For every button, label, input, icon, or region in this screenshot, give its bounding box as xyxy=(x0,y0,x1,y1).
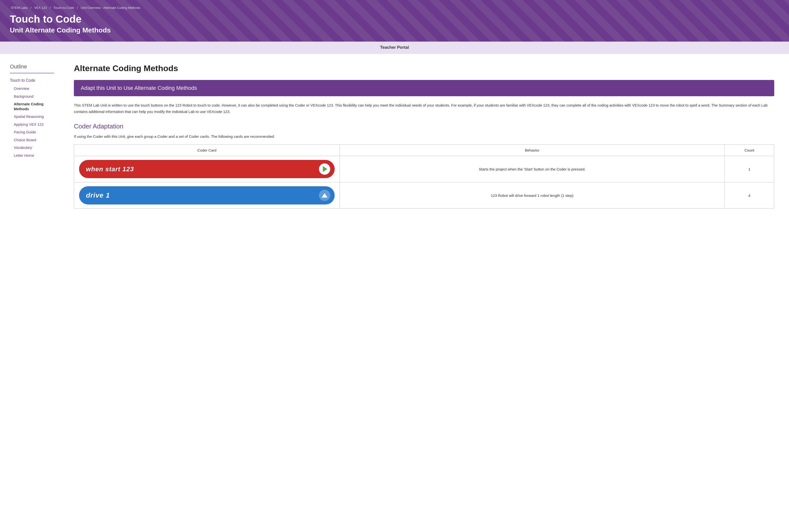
sidebar-item-pacing-guide[interactable]: Pacing Guide xyxy=(10,128,54,136)
table-row: when start 123 Starts the project when t… xyxy=(74,156,774,182)
page-title: Alternate Coding Methods xyxy=(74,63,774,73)
coder-card-cell: drive 1 xyxy=(74,182,340,209)
main-content: Alternate Coding Methods Adapt this Unit… xyxy=(59,54,789,532)
teacher-portal-bar: Teacher Portal xyxy=(0,42,789,54)
when-start-card: when start 123 xyxy=(79,160,335,178)
count-cell: 1 xyxy=(724,156,774,182)
count-cell: 4 xyxy=(724,182,774,209)
start-play-icon xyxy=(319,164,330,175)
when-start-label: when start 123 xyxy=(86,165,134,173)
sidebar-item-choice-board[interactable]: Choice Board xyxy=(10,136,54,144)
sidebar-section-title[interactable]: Touch to Code xyxy=(10,78,54,83)
col-header-behavior: Behavior xyxy=(340,145,725,156)
intro-paragraph: This STEM Lab Unit is written to use the… xyxy=(74,102,774,115)
sidebar-item-letter-home[interactable]: Letter Home xyxy=(10,152,54,159)
page-body: Outline Touch to Code Overview Backgroun… xyxy=(0,54,789,532)
coder-section-heading: Coder Adaptation xyxy=(74,122,774,130)
drive-up-icon xyxy=(319,190,330,201)
play-triangle xyxy=(323,166,327,172)
sidebar-item-spatial-reasoning[interactable]: Spatial Reasoning xyxy=(10,113,54,120)
behavior-cell: 123 Robot will drive forward 1 robot len… xyxy=(340,182,725,209)
outline-label: Outline xyxy=(10,63,54,73)
sidebar-item-overview[interactable]: Overview xyxy=(10,84,54,93)
sidebar-item-background[interactable]: Background xyxy=(10,93,54,100)
sidebar-item-applying-vex[interactable]: Applying VEX 123 xyxy=(10,120,54,129)
coder-table: Coder Card Behavior Count when start 123 xyxy=(74,145,774,209)
page-header: STEM Labs / VEX 123 / Touch to Code / Un… xyxy=(0,0,789,42)
drive-label: drive 1 xyxy=(86,191,110,199)
header-subtitle: Unit Alternate Coding Methods xyxy=(10,26,779,34)
col-header-coder-card: Coder Card xyxy=(74,145,340,156)
sidebar-item-vocabulary[interactable]: Vocabulary xyxy=(10,144,54,152)
drive-card: drive 1 xyxy=(79,186,335,205)
coder-section-intro: If using the Coder with this Unit, give … xyxy=(74,134,774,139)
up-triangle xyxy=(322,193,328,197)
table-row: drive 1 123 Robot will drive forward 1 r… xyxy=(74,182,774,209)
purple-banner: Adapt this Unit to Use Alternate Coding … xyxy=(74,80,774,96)
coder-card-cell: when start 123 xyxy=(74,156,340,182)
col-header-count: Count xyxy=(724,145,774,156)
sidebar-item-alternate-coding[interactable]: Alternate Coding Methods xyxy=(10,100,54,113)
breadcrumb: STEM Labs / VEX 123 / Touch to Code / Un… xyxy=(10,6,779,10)
header-title: Touch to Code xyxy=(10,14,779,25)
behavior-cell: Starts the project when the 'Start' butt… xyxy=(340,156,725,182)
sidebar: Outline Touch to Code Overview Backgroun… xyxy=(0,54,59,532)
